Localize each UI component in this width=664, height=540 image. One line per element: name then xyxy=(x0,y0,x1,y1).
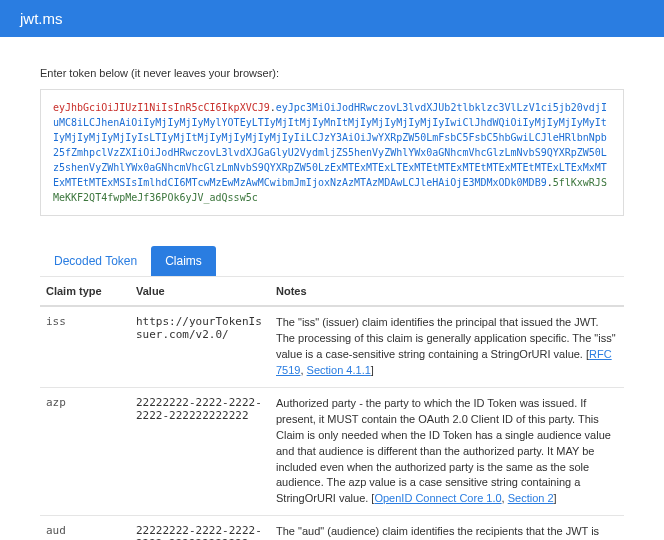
notes-text: ] xyxy=(371,364,374,376)
main-content: Enter token below (it never leaves your … xyxy=(0,37,664,540)
col-header-value: Value xyxy=(130,277,270,306)
notes-text: The "iss" (issuer) claim identifies the … xyxy=(276,316,616,360)
tab-decoded-token[interactable]: Decoded Token xyxy=(40,246,151,276)
token-payload-segment: eyJpc3MiOiJodHRwczovL3lvdXJUb2tlbklzc3Vl… xyxy=(53,102,607,188)
spec-link[interactable]: OpenID Connect Core 1.0 xyxy=(374,492,501,504)
notes-text: The "aud" (audience) claim identifies th… xyxy=(276,525,605,540)
notes-text: ] xyxy=(554,492,557,504)
claim-notes: Authorized party - the party to which th… xyxy=(270,387,624,516)
tab-bar: Decoded Token Claims xyxy=(40,246,624,277)
table-row: aud 22222222-2222-2222-2222-222222222222… xyxy=(40,516,624,540)
claim-type: aud xyxy=(40,516,130,540)
claim-type: iss xyxy=(40,306,130,387)
table-row: azp 22222222-2222-2222-2222-222222222222… xyxy=(40,387,624,516)
app-title: jwt.ms xyxy=(20,10,63,27)
token-input[interactable]: eyJhbGciOiJIUzI1NiIsInR5cCI6IkpXVCJ9.eyJ… xyxy=(40,89,624,216)
claim-value: 22222222-2222-2222-2222-222222222222 xyxy=(130,516,270,540)
claim-value: 22222222-2222-2222-2222-222222222222 xyxy=(130,387,270,516)
table-row: iss https://yourTokenIssuer.com/v2.0/ Th… xyxy=(40,306,624,387)
col-header-type: Claim type xyxy=(40,277,130,306)
token-header-segment: eyJhbGciOiJIUzI1NiIsInR5cCI6IkpXVCJ9 xyxy=(53,102,270,113)
claim-notes: The "aud" (audience) claim identifies th… xyxy=(270,516,624,540)
col-header-notes: Notes xyxy=(270,277,624,306)
section-link[interactable]: Section 4.1.1 xyxy=(307,364,371,376)
tab-claims[interactable]: Claims xyxy=(151,246,216,276)
instruction-label: Enter token below (it never leaves your … xyxy=(40,67,624,79)
section-link[interactable]: Section 2 xyxy=(508,492,554,504)
claim-type: azp xyxy=(40,387,130,516)
notes-text: Authorized party - the party to which th… xyxy=(276,397,611,505)
claims-table: Claim type Value Notes iss https://yourT… xyxy=(40,277,624,540)
claim-value: https://yourTokenIssuer.com/v2.0/ xyxy=(130,306,270,387)
table-header-row: Claim type Value Notes xyxy=(40,277,624,306)
claim-notes: The "iss" (issuer) claim identifies the … xyxy=(270,306,624,387)
app-header: jwt.ms xyxy=(0,0,664,37)
